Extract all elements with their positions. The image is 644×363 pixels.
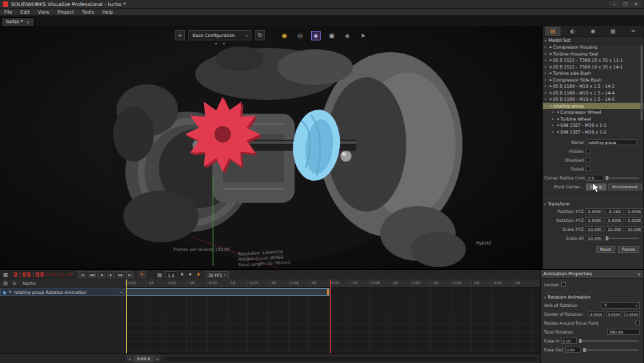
onion-skin-icon[interactable]: ▦ — [156, 271, 164, 279]
track-filter-icon[interactable]: ≣ — [11, 279, 18, 287]
tree-item[interactable]: ▸▪DIN 1587 - M10 x 1-2 — [543, 129, 643, 136]
scale-x-input[interactable] — [586, 226, 604, 232]
delete-keyframe-icon[interactable]: ♦ — [187, 272, 194, 277]
scroll-right-icon[interactable]: ▸ — [155, 355, 160, 362]
tree-item[interactable]: ▸▪JIS B 1522 - 7300.10 x 35 x 11-1 — [543, 57, 643, 64]
pivot-environment-button[interactable]: Environment — [608, 184, 642, 190]
tab-models[interactable]: ▤ — [545, 27, 560, 36]
loop-button[interactable]: ↻ — [138, 271, 146, 278]
locked-checkbox[interactable] — [561, 282, 566, 287]
transform-section-header[interactable]: ▾ Transform — [544, 199, 641, 207]
chevron-right-icon[interactable]: ▸ — [545, 78, 548, 82]
tree-item[interactable]: ▸▪Turbine Housing Seal — [543, 51, 643, 58]
chevron-right-icon[interactable]: ▸ — [552, 130, 556, 134]
chevron-right-icon[interactable]: ▸ — [545, 45, 548, 49]
skip-start-button[interactable]: |◀ — [78, 271, 86, 278]
chevron-right-icon[interactable]: ▸ — [545, 58, 548, 62]
playhead-current[interactable] — [126, 279, 127, 353]
menu-tools[interactable]: Tools — [78, 9, 98, 15]
chevron-right-icon[interactable]: ▸ — [545, 71, 548, 75]
ease-in-slider[interactable] — [579, 338, 640, 344]
menu-edit[interactable]: Edit — [16, 9, 34, 15]
configuration-dropdown[interactable]: Base Configuration ▾ — [188, 30, 251, 40]
chevron-down-icon[interactable]: ▾ — [545, 104, 548, 108]
track-list-icon[interactable]: ▤ — [2, 279, 9, 287]
play-backward-button[interactable]: ◀ — [97, 271, 106, 278]
position-y-input[interactable] — [606, 208, 623, 214]
menu-file[interactable]: File — [0, 9, 16, 15]
tab-close-icon[interactable]: ✕ — [27, 20, 30, 25]
scroll-track[interactable] — [164, 357, 537, 361]
tree-item[interactable]: ▸▪Compressor Wheel — [543, 109, 643, 116]
play-button[interactable]: ▶ — [107, 271, 115, 278]
tab-appearances[interactable]: ◐ — [565, 27, 580, 36]
tree-item[interactable]: ▸▪Compressor Housing — [543, 44, 643, 51]
freeze-button[interactable]: Freeze — [618, 246, 639, 253]
tab-cameras[interactable]: ▦ — [606, 27, 621, 36]
close-button[interactable]: ✕ — [631, 1, 641, 8]
menu-view[interactable]: View — [34, 9, 53, 15]
center-y-input[interactable] — [606, 311, 622, 317]
corner-radius-slider[interactable] — [606, 175, 641, 181]
axis-dropdown[interactable]: Y ▾ — [602, 302, 640, 309]
ease-out-input[interactable] — [565, 347, 581, 353]
rotation-animation-header[interactable]: ▾ Rotation Animation — [544, 292, 640, 300]
scale-y-input[interactable] — [606, 226, 623, 232]
autokey-icon[interactable]: ♦ — [195, 272, 202, 277]
rotation-y-input[interactable] — [606, 217, 623, 223]
chevron-right-icon[interactable]: ▸ — [552, 117, 556, 121]
name-input[interactable] — [586, 139, 636, 145]
tree-item-selected[interactable]: ▾▪rotating group — [543, 103, 643, 110]
scale-all-input[interactable] — [586, 235, 604, 241]
prev-config-icon[interactable]: ◂ — [214, 41, 216, 45]
position-x-input[interactable] — [586, 208, 604, 214]
chevron-right-icon[interactable]: ▸ — [545, 91, 548, 95]
rotation-z-input[interactable] — [626, 217, 643, 223]
faded-checkbox[interactable] — [586, 166, 591, 171]
tree-item[interactable]: ▸▪Turbine side Bush — [543, 70, 643, 77]
fps-dropdown[interactable]: 30 FPS ▾ — [206, 271, 229, 278]
tree-item[interactable]: ▸▪Turbine Wheel — [543, 116, 643, 123]
track-row[interactable]: ● ♦ rotating group Rotation Animation ↔ — [0, 288, 125, 296]
minimize-button[interactable]: – — [609, 1, 619, 8]
timeline-ruler[interactable]: 0:00 :16 0:01 :16 0:02 :16 0:03 :16 0:04… — [125, 279, 540, 288]
tree-item[interactable]: ▸▪Compressor Side Bush — [543, 77, 643, 84]
playhead-marker[interactable] — [330, 279, 331, 353]
expand-arrows-icon[interactable]: ↔ — [119, 290, 123, 295]
chevron-right-icon[interactable]: ▸ — [545, 97, 548, 101]
step-back-button[interactable]: ◀◀ — [88, 271, 96, 278]
center-z-input[interactable] — [624, 311, 640, 317]
pivot-group-button[interactable]: Group — [586, 184, 606, 190]
ease-in-input[interactable] — [561, 338, 577, 344]
tree-item[interactable]: ▸▪JIS B 1189 - M10 x 1.5 - 14-4 — [543, 90, 643, 97]
scale-all-slider[interactable] — [606, 236, 641, 241]
eye-icon[interactable]: ● — [3, 290, 6, 295]
menu-project[interactable]: Project — [53, 9, 78, 15]
refresh-button[interactable]: ↻ — [255, 30, 265, 40]
add-configuration-button[interactable]: + — [175, 30, 185, 40]
playback-speed-box[interactable]: 1.0 — [165, 271, 177, 278]
turntable-icon[interactable]: ◎ — [295, 31, 305, 40]
select-tool-icon[interactable]: ➤ — [358, 31, 368, 40]
scroll-left-icon[interactable]: ◂ — [127, 355, 132, 362]
panel-layout-icon[interactable]: ⊞ — [1, 271, 10, 279]
disabled-checkbox[interactable] — [586, 158, 591, 162]
scale-z-input[interactable] — [626, 226, 643, 232]
chevron-right-icon[interactable]: ▸ — [552, 110, 556, 114]
position-z-input[interactable] — [626, 208, 643, 214]
corner-radius-input[interactable] — [586, 175, 604, 181]
step-forward-button[interactable]: ▶▶ — [116, 271, 125, 278]
tree-item[interactable]: ▸▪DIN 1587 - M10 x 1-1 — [543, 122, 643, 129]
next-config-icon[interactable]: ▸ — [223, 41, 225, 45]
rotation-x-input[interactable] — [586, 217, 604, 223]
add-keyframe-icon[interactable]: ♦ — [179, 272, 186, 277]
tree-item[interactable]: ▸▪JIS B 1189 - M10 x 1.5 - 14-6 — [543, 96, 643, 103]
close-panel-icon[interactable]: ✕ — [637, 272, 641, 277]
chevron-right-icon[interactable]: ▸ — [545, 65, 548, 68]
keyframe-marker[interactable] — [327, 289, 329, 295]
model-set-header[interactable]: ▾ Model Set — [543, 37, 643, 44]
time-scroll-value[interactable]: 0:00.0 — [134, 355, 153, 362]
animation-clip-bar[interactable] — [126, 288, 330, 296]
tree-item[interactable]: ▸▪JIS B 1189 - M10 x 1.5 - 14-2 — [543, 83, 643, 90]
rotate-around-focal-checkbox[interactable] — [635, 321, 640, 325]
